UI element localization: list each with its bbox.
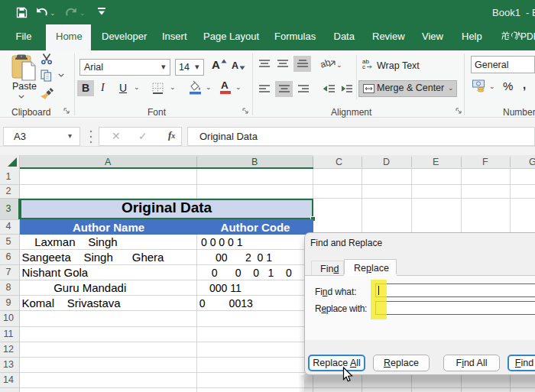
svg-text:c: c: [362, 63, 365, 70]
